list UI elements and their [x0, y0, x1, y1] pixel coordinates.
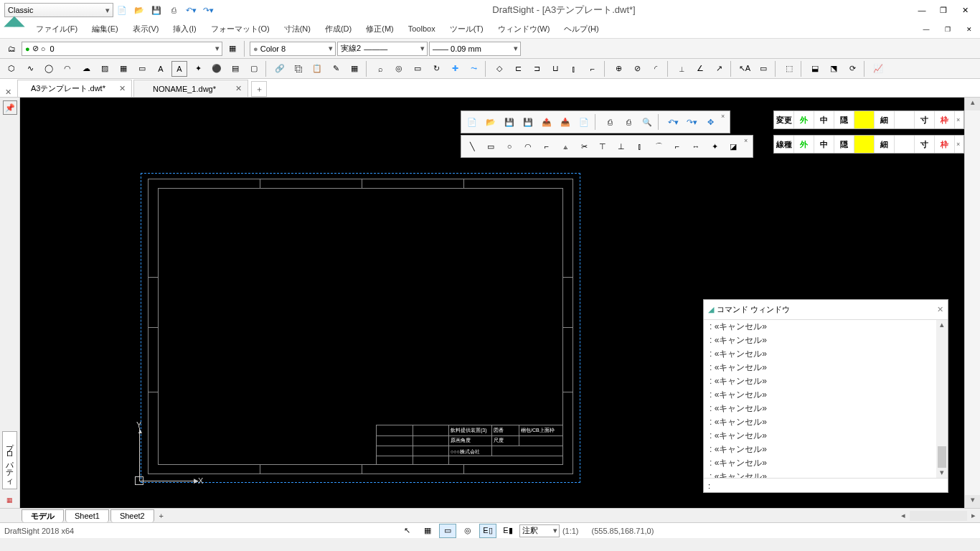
ortho-icon[interactable]: ▭: [439, 524, 456, 538]
preview-icon[interactable]: ⎙: [619, 113, 638, 131]
menu-item[interactable]: ファイル(F): [29, 22, 85, 36]
menu-item[interactable]: ヘルプ(H): [557, 22, 606, 36]
copy-icon[interactable]: ⿻: [291, 61, 306, 77]
jp-cell[interactable]: 寸: [915, 136, 935, 153]
jp-toolbar-linetype[interactable]: 線種外中隠細寸枠×: [773, 135, 964, 154]
scroll-up-icon[interactable]: ▴: [965, 98, 980, 110]
rect-icon[interactable]: ▭: [481, 137, 500, 156]
menu-item[interactable]: 寸法(N): [277, 22, 318, 36]
add-sheet-button[interactable]: +: [154, 512, 169, 520]
cursor-mode-icon[interactable]: ↖: [399, 524, 416, 538]
save-icon[interactable]: 💾: [149, 2, 164, 18]
command-input[interactable]: :: [704, 478, 948, 492]
undo-icon[interactable]: ↶▾: [664, 113, 682, 131]
menu-item[interactable]: 表示(V): [126, 22, 166, 36]
menu-item[interactable]: Toolbox: [401, 22, 443, 36]
hscroll-left-icon[interactable]: ◂: [897, 511, 910, 520]
command-history[interactable]: : «キャンセル»: «キャンセル»: «キャンセル»: «キャンセル»: «キ…: [704, 320, 948, 478]
float-toolbar-draw[interactable]: ╲ ▭ ○ ◠ ⌐ ⟁ ✂ ⊤ ⊥ ⫿ ⌒ ⌐ ↔ ✦ ◪ ×: [461, 135, 753, 158]
fillet-icon[interactable]: ⌒: [649, 137, 668, 156]
find-icon[interactable]: 🔍: [638, 113, 656, 131]
offset-icon[interactable]: ⫿: [631, 137, 649, 156]
paste-icon[interactable]: 📋: [309, 61, 325, 77]
hatch-icon[interactable]: ▨: [97, 61, 113, 77]
dim-lin-icon[interactable]: ⟂: [674, 61, 689, 77]
mdi-restore-button[interactable]: ❐: [937, 22, 958, 37]
trim-icon[interactable]: ⊤: [593, 137, 612, 156]
dim-style2-icon[interactable]: ⬔: [826, 61, 842, 77]
erase-icon[interactable]: ◇: [491, 61, 507, 77]
jp-cell[interactable]: 線種: [774, 136, 794, 153]
float-toolbar-file[interactable]: 📄 📂 💾 💾 📤 📥 📄 ⎙ ⎙ 🔍 ↶▾ ↷▾ ✥ ×: [461, 110, 730, 133]
circle2-icon[interactable]: ⊘: [629, 61, 645, 77]
undo-icon[interactable]: ↶▾: [183, 2, 199, 18]
toolbar-close-icon[interactable]: ×: [956, 116, 963, 123]
extend-icon[interactable]: ⊔: [547, 61, 563, 77]
track-icon[interactable]: ⤳: [466, 61, 481, 77]
line-icon[interactable]: ╲: [463, 137, 481, 156]
command-window-close-icon[interactable]: ✕: [937, 305, 943, 314]
sheet-tab[interactable]: Sheet1: [65, 509, 109, 522]
scissors-icon[interactable]: ✂: [575, 137, 593, 156]
document-tab[interactable]: NONAME_1.dwg*✕: [133, 80, 248, 97]
open-icon[interactable]: 📂: [131, 2, 147, 18]
text-icon[interactable]: A: [153, 61, 169, 77]
tol-icon[interactable]: ▭: [755, 61, 771, 77]
mirror-icon[interactable]: ⟁: [556, 137, 575, 156]
jp-cell[interactable]: [895, 111, 915, 128]
dim-ang-icon[interactable]: ∠: [692, 61, 708, 77]
pin-icon[interactable]: 📌: [3, 100, 17, 115]
menu-item[interactable]: ツール(T): [443, 22, 491, 36]
table-icon[interactable]: ▤: [227, 61, 243, 77]
minimize-button[interactable]: —: [911, 2, 933, 18]
jp-cell[interactable]: 隠: [834, 111, 854, 128]
close-button[interactable]: ✕: [954, 2, 976, 18]
print-icon[interactable]: ⎙: [166, 2, 182, 18]
jp-cell[interactable]: [854, 111, 875, 128]
linetype-dropdown[interactable]: 実線2———: [337, 42, 428, 56]
offset-icon[interactable]: ⫿: [566, 61, 582, 77]
tab-close-icon[interactable]: ✕: [119, 84, 126, 93]
dim-rad-icon[interactable]: ↗: [711, 61, 727, 77]
stretch-icon[interactable]: ↔: [687, 137, 705, 156]
saveas-icon[interactable]: 💾: [519, 113, 537, 131]
menu-item[interactable]: フォーマット(O): [204, 22, 277, 36]
scroll-up-icon[interactable]: ▴: [936, 320, 948, 330]
grid-icon[interactable]: ▦: [419, 524, 436, 538]
drawing-canvas[interactable]: Y ▲ ▶ X 飲料提供装置(3) 図番 梱包/CB上面枠 原画角度 尺度 ○○…: [20, 98, 964, 508]
polar-icon[interactable]: ◎: [459, 524, 476, 538]
region-icon[interactable]: ▭: [134, 61, 150, 77]
toolbar-close-icon[interactable]: ×: [956, 141, 963, 148]
array-icon[interactable]: ▦: [347, 61, 362, 77]
zoom-real-icon[interactable]: ↻: [428, 61, 444, 77]
jp-cell[interactable]: 外: [794, 111, 814, 128]
zoom-ext-icon[interactable]: ◎: [391, 61, 407, 77]
extend-icon[interactable]: ⊥: [612, 137, 631, 156]
layers-manager-icon[interactable]: 🗂: [4, 41, 19, 57]
redo-icon[interactable]: ↷▾: [682, 113, 701, 131]
color-dropdown[interactable]: ● Color 8: [250, 42, 336, 56]
point-icon[interactable]: ✦: [190, 61, 206, 77]
jp-cell[interactable]: 中: [814, 136, 834, 153]
trim2-icon[interactable]: ⊐: [529, 61, 545, 77]
ucs-icon[interactable]: ⬚: [781, 61, 797, 77]
lineweight-dropdown[interactable]: —— 0.09 mm: [429, 42, 521, 56]
scrollbar-vertical[interactable]: ▴ ▾: [964, 98, 980, 508]
print-icon[interactable]: ⎙: [600, 113, 619, 131]
redo-icon[interactable]: ↷▾: [200, 2, 216, 18]
jp-cell[interactable]: 枠: [935, 136, 955, 153]
layer-state-icon[interactable]: ▦: [225, 41, 240, 57]
scroll-down-icon[interactable]: ▾: [936, 468, 948, 478]
erase-icon[interactable]: ◪: [724, 137, 743, 156]
jp-cell[interactable]: 細: [875, 136, 895, 153]
jp-cell[interactable]: 外: [794, 136, 814, 153]
chamfer-icon[interactable]: ⌐: [668, 137, 687, 156]
sheet-tab[interactable]: モデル: [22, 509, 64, 522]
snap-icon[interactable]: ✚: [447, 61, 463, 77]
save-icon[interactable]: 💾: [500, 113, 519, 131]
polygon-icon[interactable]: ⬡: [4, 61, 19, 77]
explode-icon[interactable]: ✦: [705, 137, 724, 156]
tab-close-icon[interactable]: ✕: [235, 84, 242, 93]
trim1-icon[interactable]: ⊏: [510, 61, 526, 77]
ellipse-icon[interactable]: ◯: [41, 61, 57, 77]
